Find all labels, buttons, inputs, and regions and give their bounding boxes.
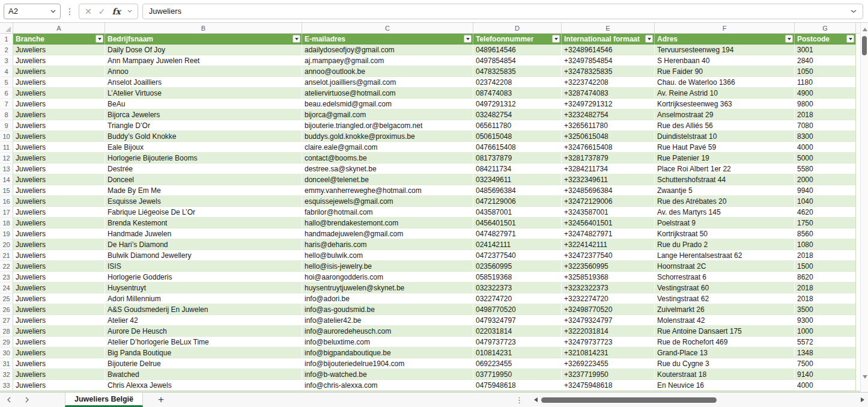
cell[interactable]: Juweliers [13,239,105,250]
row-number-29[interactable]: 29 [0,337,13,347]
cell[interactable]: +3223560995 [562,261,655,272]
cell[interactable]: 2018 [795,293,856,304]
cell[interactable]: Rue des Alliés 56 [655,120,795,131]
row-number-11[interactable]: 11 [0,142,13,153]
column-letter-A[interactable]: A [13,23,105,33]
cell[interactable]: info@bigpandaboutique.be [302,347,473,358]
cell[interactable]: Ann Mampaey Juwelen Reet [105,55,302,66]
cell[interactable]: 058519368 [473,272,562,283]
header-cell-3[interactable]: E-mailadres [302,34,473,44]
row-number-28[interactable]: 28 [0,326,13,337]
cell[interactable]: contact@booms.be [302,153,473,164]
cell[interactable]: 3500 [795,304,856,315]
cell[interactable]: Rue Faider 90 [655,66,795,77]
filter-button[interactable] [645,35,653,43]
row-number-20[interactable]: 20 [0,239,13,250]
cell[interactable]: 3001 [795,44,856,55]
cell[interactable]: 032274720 [473,293,562,304]
cell[interactable]: 2000 [795,174,856,185]
cell[interactable]: Lange Herentalsestraat 62 [655,250,795,261]
cell[interactable]: 0497291312 [473,99,562,109]
cell[interactable]: Kortrijkstraat 50 [655,228,795,239]
cell[interactable]: Juweliers [13,250,105,261]
vertical-scrollbar-thumb[interactable] [862,36,867,55]
cell[interactable]: 4900 [795,88,856,99]
previous-sheet-button[interactable] [0,397,18,403]
cell[interactable]: aj.mampaey@gmail.com [302,55,473,66]
cell[interactable]: 9940 [795,185,856,196]
cell[interactable]: +32489614546 [562,44,655,55]
cell[interactable]: 5000 [795,153,856,164]
cell[interactable]: Juweliers [13,142,105,153]
row-number-12[interactable]: 12 [0,153,13,164]
cell[interactable]: +3224142111 [562,239,655,250]
cell[interactable]: 2018 [795,283,856,293]
cell[interactable]: Juweliers [13,293,105,304]
cell[interactable]: Juweliers [13,358,105,369]
confirm-icon[interactable]: ✓ [99,7,106,16]
cell[interactable]: +3232322373 [562,283,655,293]
cell[interactable]: L’Atelier Virtuose [105,88,302,99]
header-cell-7[interactable]: Postcode [795,34,856,44]
cell[interactable]: +32479737723 [562,337,655,347]
cell[interactable]: Bijouterie Delrue [105,358,302,369]
cell[interactable]: 0498770520 [473,304,562,315]
cell[interactable]: 4620 [795,207,856,218]
cell[interactable]: Brenda Kestemont [105,218,302,228]
cell[interactable]: De Hari’s Diamond [105,239,302,250]
cell[interactable]: Tervuursesteenweg 194 [655,44,795,55]
cell[interactable]: Rue du Cygne 3 [655,358,795,369]
filter-button[interactable] [785,35,793,43]
more-vertical-icon[interactable]: ⋮ [515,396,523,405]
cell[interactable]: +3223742208 [562,77,655,88]
cell[interactable]: +32485696384 [562,185,655,196]
cell[interactable]: Juweliers [13,347,105,358]
cell[interactable]: Destrée [105,164,302,174]
cell[interactable]: 0472377540 [473,250,562,261]
cell[interactable]: +32472377540 [562,250,655,261]
vertical-scrollbar[interactable] [860,23,868,392]
cell[interactable]: Handmade Juwelen [105,228,302,239]
cell[interactable]: 0475948618 [473,380,562,391]
chevron-down-icon[interactable] [127,10,132,13]
row-number-9[interactable]: 9 [0,120,13,131]
cell[interactable]: Aurore De Heusch [105,326,302,337]
cell[interactable]: 024142111 [473,239,562,250]
cell[interactable]: 2018 [795,250,856,261]
cell[interactable]: 081737879 [473,153,562,164]
cell[interactable]: Zwaantje 5 [655,185,795,196]
cell[interactable]: hello@bulwik.com [302,250,473,261]
cell[interactable]: 022031814 [473,326,562,337]
cell[interactable]: Donceel [105,174,302,185]
cell[interactable]: Juweliers [13,272,105,283]
cell[interactable]: info@as-goudsmid.be [302,304,473,315]
cell[interactable]: 4000 [795,380,856,391]
row-number-32[interactable]: 32 [0,369,13,380]
cell[interactable]: info@bijouteriedelrue1904.com [302,358,473,369]
cell[interactable]: buddys.gold.knokke@proximus.be [302,131,473,142]
cell[interactable]: 2840 [795,55,856,66]
cell[interactable]: +3281737879 [562,153,655,164]
cell[interactable]: Chau. de Waterloo 1366 [655,77,795,88]
row-number-13[interactable]: 13 [0,164,13,174]
cell[interactable]: info@b-watched.be [302,369,473,380]
cell[interactable]: 084211734 [473,164,562,174]
row-number-7[interactable]: 7 [0,99,13,109]
cell[interactable]: Juweliers [13,120,105,131]
cell[interactable]: 037719950 [473,369,562,380]
cell[interactable]: Juweliers [13,283,105,293]
cell[interactable]: 2018 [795,109,856,120]
cell[interactable]: Daily Dose Of Joy [105,44,302,55]
cell[interactable]: +32479324797 [562,315,655,326]
cell[interactable]: Juweliers [13,77,105,88]
cell[interactable]: Rue Antoine Dansaert 175 [655,326,795,337]
cell[interactable]: 032322373 [473,283,562,293]
column-letter-F[interactable]: F [655,23,795,33]
scroll-right-icon[interactable] [861,397,864,402]
cell[interactable]: +3232349611 [562,174,655,185]
cell[interactable]: info@auroredeheusch.com [302,326,473,337]
cell[interactable]: info@beluxtime.com [302,337,473,347]
cell[interactable]: +3210814231 [562,347,655,358]
cell[interactable]: 5572 [795,337,856,347]
cell[interactable]: 8620 [795,272,856,283]
